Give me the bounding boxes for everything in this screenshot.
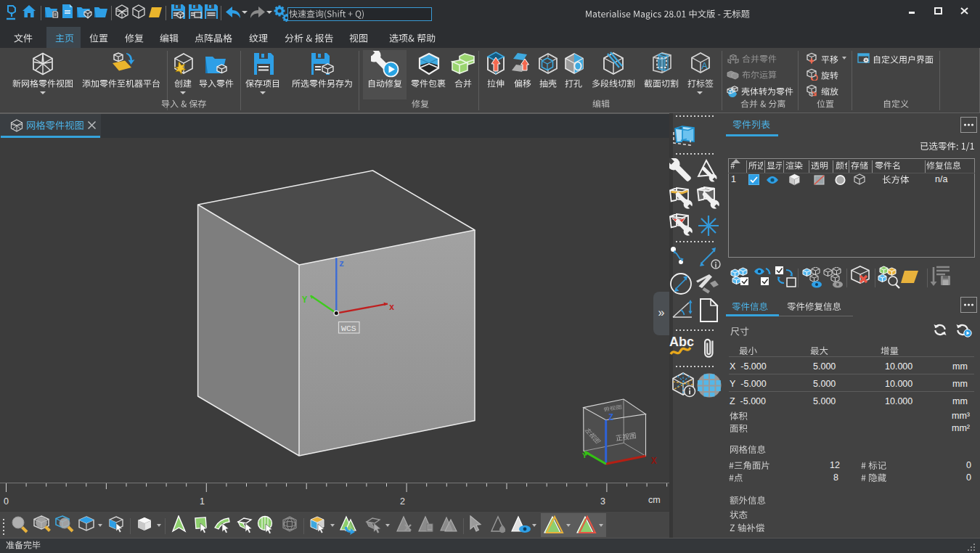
svg-text:Z: Z <box>608 413 613 423</box>
svg-text:A: A <box>701 61 707 71</box>
svg-text:X: X <box>651 456 657 467</box>
svg-text:Abc: Abc <box>669 335 694 349</box>
svg-text:WCS: WCS <box>341 324 356 333</box>
svg-text:Y: Y <box>302 295 308 306</box>
svg-text:z: z <box>339 259 344 269</box>
svg-text:Y: Y <box>582 451 587 460</box>
svg-text:x: x <box>389 303 394 313</box>
